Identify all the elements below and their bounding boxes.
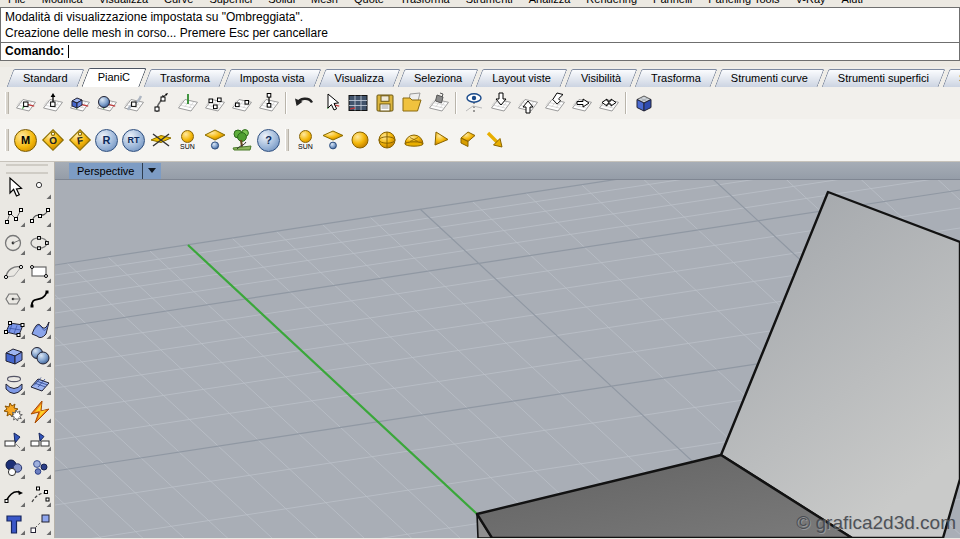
- ungroup-tool-icon[interactable]: [27, 454, 53, 482]
- move-cplane-up-icon[interactable]: [514, 90, 541, 117]
- surface-curved-tool-icon[interactable]: [27, 314, 53, 342]
- rebuild-curve-tool-icon[interactable]: [27, 482, 53, 510]
- tab-imposta-vista[interactable]: Imposta vista: [227, 69, 318, 87]
- cplane-to-sphere-icon[interactable]: [93, 90, 120, 117]
- menu-visualizza[interactable]: Visualizza: [91, 0, 156, 6]
- surface-revolve-tool-icon[interactable]: [1, 370, 27, 398]
- menu-strumenti[interactable]: Strumenti: [458, 0, 521, 6]
- tab-layout-viste[interactable]: Layout viste: [479, 69, 564, 87]
- vray-rect-light-icon[interactable]: [454, 127, 481, 154]
- menu-mesh[interactable]: Mesh: [303, 0, 346, 6]
- boolean-union-tool-icon[interactable]: [1, 398, 27, 426]
- move-cplane-x-icon[interactable]: [568, 90, 595, 117]
- vray-sun-icon[interactable]: SUN: [174, 127, 201, 154]
- cplane-3-points-icon[interactable]: [201, 90, 228, 117]
- rotate-cplane-icon[interactable]: [541, 90, 568, 117]
- vray-spot-light-icon[interactable]: [427, 127, 454, 154]
- vray-render-icon[interactable]: R: [93, 127, 120, 154]
- extend-curve-tool-icon[interactable]: [1, 482, 27, 510]
- cplane-to-curve-icon[interactable]: [120, 90, 147, 117]
- tab-strumenti-solidi[interactable]: Strumenti solidi: [946, 69, 960, 87]
- solid-box-tool-icon[interactable]: [1, 342, 27, 370]
- tab-visualizza[interactable]: Visualizza: [322, 69, 397, 87]
- vray-sun-light-icon[interactable]: SUN: [292, 127, 319, 154]
- menu-aiuti[interactable]: Aiuti: [834, 0, 871, 6]
- save-cplane-icon[interactable]: [371, 90, 398, 117]
- menu-file[interactable]: File: [0, 0, 34, 6]
- vray-infinite-plane-icon[interactable]: [147, 127, 174, 154]
- text-tool-icon[interactable]: [1, 510, 27, 538]
- toolbar-grip[interactable]: [5, 129, 9, 151]
- cplane-to-object-icon[interactable]: [66, 90, 93, 117]
- menu-curve[interactable]: Curve: [156, 0, 201, 6]
- undo-cplane-icon[interactable]: [290, 90, 317, 117]
- explode-tool-icon[interactable]: [27, 398, 53, 426]
- show-cplane-icon[interactable]: [460, 90, 487, 117]
- tab-trasforma-2[interactable]: Trasforma: [638, 69, 714, 87]
- vray-help-icon[interactable]: ?: [255, 127, 282, 154]
- cplane-vertical-icon[interactable]: [39, 90, 66, 117]
- menu-modifica[interactable]: Modifica: [34, 0, 91, 6]
- toolbar-grip[interactable]: [285, 129, 289, 151]
- tab-trasforma[interactable]: Trasforma: [147, 69, 223, 87]
- named-cplanes-icon[interactable]: [344, 90, 371, 117]
- polygon-tool-icon[interactable]: [1, 286, 27, 314]
- tab-visibilita[interactable]: Visibilità: [568, 69, 634, 87]
- vray-directional-light-icon[interactable]: [481, 127, 508, 154]
- polyline-tool-icon[interactable]: [1, 202, 27, 230]
- split-tool-icon[interactable]: [27, 426, 53, 454]
- vray-options-icon[interactable]: O: [39, 127, 66, 154]
- grab-cplane-icon[interactable]: [425, 90, 452, 117]
- menu-quote[interactable]: Quote: [346, 0, 392, 6]
- viewport-canvas[interactable]: © grafica2d3d.com © grafica2d3d.com: [55, 180, 960, 538]
- cplane-points-icon[interactable]: [228, 90, 255, 117]
- viewport-title-menu[interactable]: Perspective: [69, 163, 161, 179]
- menu-analizza[interactable]: Analizza: [521, 0, 579, 6]
- swap-cplane-icon[interactable]: [595, 90, 622, 117]
- cplane-origin-icon[interactable]: [12, 90, 39, 117]
- vray-dome-light-icon[interactable]: [400, 127, 427, 154]
- mesh-plane-tool-icon[interactable]: [27, 370, 53, 398]
- tab-standard[interactable]: Standard: [10, 69, 81, 87]
- vray-sky-light-icon[interactable]: [319, 127, 346, 154]
- sidebar-grip[interactable]: [6, 164, 48, 174]
- cplane-vertical-2-icon[interactable]: [255, 90, 282, 117]
- select-cplane-icon[interactable]: [317, 90, 344, 117]
- scale-tool-icon[interactable]: [27, 510, 53, 538]
- menu-pannelli[interactable]: Pannelli: [645, 0, 700, 6]
- vray-sphere-light-icon[interactable]: [373, 127, 400, 154]
- menu-superfici[interactable]: Superfici: [201, 0, 260, 6]
- solid-spheres-tool-icon[interactable]: [27, 342, 53, 370]
- circle-tool-icon[interactable]: [1, 230, 27, 258]
- menu-paneling-tools[interactable]: Paneling Tools: [700, 0, 787, 6]
- menu-rendering[interactable]: Rendering: [578, 0, 645, 6]
- vray-rt-render-icon[interactable]: RT: [120, 127, 147, 154]
- point-tool-icon[interactable]: [27, 174, 53, 202]
- freeform-curve-tool-icon[interactable]: [27, 286, 53, 314]
- move-cplane-down-icon[interactable]: [487, 90, 514, 117]
- vray-omni-light-icon[interactable]: [346, 127, 373, 154]
- curve-interpolate-tool-icon[interactable]: [27, 202, 53, 230]
- group-tool-icon[interactable]: [1, 454, 27, 482]
- tab-seleziona[interactable]: Seleziona: [401, 69, 475, 87]
- command-prompt[interactable]: Comando:: [1, 42, 959, 60]
- vray-material-editor-icon[interactable]: M: [12, 127, 39, 154]
- perspective-viewport[interactable]: Perspective © grafica2d3d.com © grafica2…: [55, 162, 960, 538]
- world-cplane-icon[interactable]: [630, 90, 657, 117]
- vray-frame-buffer-icon[interactable]: F: [66, 127, 93, 154]
- menu-trasforma[interactable]: Trasforma: [392, 0, 458, 6]
- viewport-title-dropdown[interactable]: [142, 163, 161, 179]
- rectangle-tool-icon[interactable]: [27, 258, 53, 286]
- arc-tool-icon[interactable]: [1, 258, 27, 286]
- toolbar-grip[interactable]: [5, 92, 9, 114]
- surface-corner-points-tool-icon[interactable]: [1, 314, 27, 342]
- cplane-perp-curve-icon[interactable]: [147, 90, 174, 117]
- select-tool-icon[interactable]: [1, 174, 27, 202]
- menu-solidi[interactable]: Solidi: [260, 0, 303, 6]
- ellipse-tool-icon[interactable]: [27, 230, 53, 258]
- import-cplane-icon[interactable]: [398, 90, 425, 117]
- menu-vray[interactable]: V-Ray: [788, 0, 834, 6]
- vray-vegetation-icon[interactable]: [228, 127, 255, 154]
- tab-strumenti-curve[interactable]: Strumenti curve: [718, 69, 821, 87]
- trim-tool-icon[interactable]: [1, 426, 27, 454]
